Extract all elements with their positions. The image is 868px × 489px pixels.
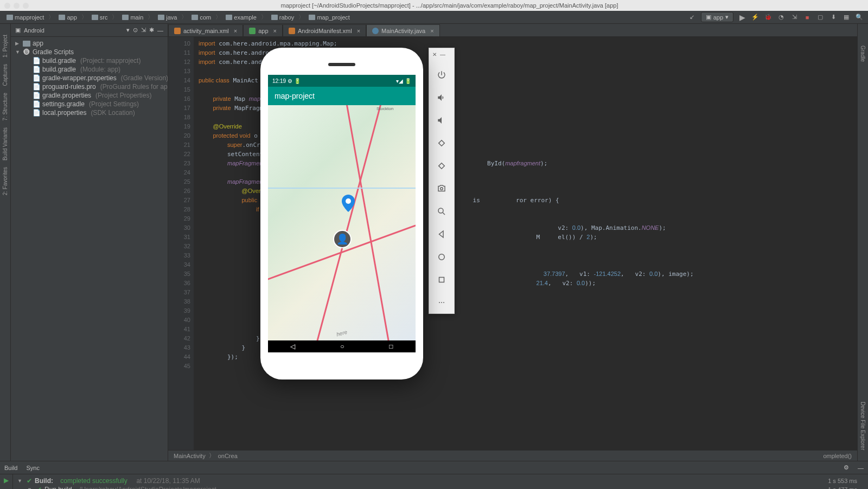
rotate-right-icon[interactable] [434, 158, 449, 173]
home-icon: ○ [340, 343, 344, 350]
power-icon[interactable] [434, 67, 449, 82]
close-icon[interactable]: × [273, 28, 277, 34]
structure-tool-tab[interactable]: 7: Structure [2, 93, 8, 121]
build-variants-tool-tab[interactable]: Build Variants [2, 127, 8, 160]
editor-tab-active[interactable]: MainActivity.java× [366, 24, 440, 36]
editor-tab[interactable]: app× [243, 24, 283, 36]
tree-file[interactable]: 📄build.gradle(Project: mapproject) [13, 56, 165, 65]
zoom-icon[interactable] [434, 204, 449, 219]
apply-changes-icon[interactable]: ⚡ [751, 13, 760, 22]
app-bar: map-project [268, 87, 416, 105]
map-avatar-marker: 👤 [333, 230, 352, 248]
crumb[interactable]: map_project [307, 13, 352, 22]
expand-icon[interactable]: ⇲ [141, 27, 146, 34]
build-panel: Build Sync ⚙ — ▶ ⊕ ⊟ ⊞ ✖ 🤖 ▼✔Build: comp… [0, 461, 868, 489]
project-panel: ▣Android▾ ⊙ ⇲ ✱ — ▶app ▼🅖Gradle Scripts … [11, 24, 168, 461]
avd-manager-icon[interactable]: ▢ [816, 13, 825, 22]
crumb[interactable]: main [120, 13, 145, 22]
phone-screen[interactable]: 12:19 ⚙ 🔋 ▾◢ 🔋 map-project Stockton 👤 he… [268, 75, 416, 352]
run-configuration-dropdown[interactable]: ▣app▾ [701, 12, 733, 22]
map-city-label: Stockton [376, 106, 393, 111]
emu-close-icon[interactable]: ✕ [432, 52, 437, 57]
close-icon[interactable]: × [357, 28, 360, 34]
build-output-tree[interactable]: ▼✔Build: completed successfully at 10/22… [13, 474, 868, 489]
hide-build-icon[interactable]: — [858, 465, 864, 471]
close-icon[interactable]: × [234, 28, 237, 34]
crumb[interactable]: src [90, 13, 110, 22]
emu-overview-icon[interactable] [434, 272, 449, 287]
project-view-dropdown[interactable]: Android [24, 27, 123, 34]
rotate-left-icon[interactable] [434, 136, 449, 151]
stop-button[interactable]: ■ [803, 13, 812, 22]
sdk-manager-icon[interactable]: ⬇ [829, 13, 838, 22]
tree-file[interactable]: 📄gradle-wrapper.properties(Gradle Versio… [13, 74, 165, 82]
android-nav-bar[interactable]: ◁○□ [268, 340, 416, 352]
captures-tool-tab[interactable]: Captures [2, 64, 8, 86]
tree-file[interactable]: 📄build.gradle(Module: app) [13, 65, 165, 74]
emu-more-icon[interactable]: ⋯ [434, 295, 449, 310]
search-icon[interactable]: 🔍 [855, 13, 864, 22]
map-view[interactable]: Stockton 👤 here [268, 105, 416, 340]
recents-icon: □ [389, 343, 393, 350]
right-tool-gutter: Gradle Device File Explorer [857, 24, 868, 461]
map-pin-icon [342, 195, 355, 208]
editor-tab[interactable]: AndroidManifest.xml× [283, 24, 366, 36]
gradle-tool-tab[interactable]: Gradle [860, 46, 866, 62]
crumb[interactable]: java [156, 13, 179, 22]
rerun-icon[interactable]: ▶ [4, 477, 9, 484]
camera-icon[interactable] [434, 181, 449, 196]
window-controls[interactable] [4, 3, 29, 9]
hide-panel-icon[interactable]: — [157, 27, 163, 34]
tree-file[interactable]: 📄proguard-rules.pro(ProGuard Rules for a… [13, 82, 165, 91]
favorites-tool-tab[interactable]: 2: Favorites [2, 167, 8, 195]
run-button[interactable]: ▶ [738, 13, 746, 22]
nav-breadcrumb: mapproject〉 app〉 src〉 main〉 java〉 com〉 e… [0, 11, 868, 24]
crumb[interactable]: app [56, 13, 79, 22]
svg-point-1 [441, 188, 443, 190]
collapse-all-icon[interactable]: ⊙ [133, 27, 138, 34]
sync-tab[interactable]: Sync [26, 465, 39, 471]
android-status-bar: 12:19 ⚙ 🔋 ▾◢ 🔋 [268, 75, 416, 87]
device-explorer-tool-tab[interactable]: Device File Explorer [860, 402, 866, 450]
line-gutter[interactable]: 1011121314151617181920212223242526272829… [168, 37, 194, 450]
emulator-toolbar: ✕— ⋯ [429, 48, 455, 314]
project-tree[interactable]: ▶app ▼🅖Gradle Scripts 📄build.gradle(Proj… [11, 37, 168, 119]
svg-point-3 [439, 254, 445, 260]
window-title: mapproject [~/AndroidStudioProjects/mapp… [35, 2, 864, 9]
crumb[interactable]: raboy [269, 13, 297, 22]
svg-point-0 [346, 198, 351, 204]
volume-up-icon[interactable] [434, 90, 449, 105]
attach-debugger-icon[interactable]: ⇲ [790, 13, 799, 22]
crumb[interactable]: com [189, 13, 213, 22]
profile-button[interactable]: ◔ [777, 13, 786, 22]
tree-file[interactable]: 📄settings.gradle(Project Settings) [13, 100, 165, 108]
editor-tabs: activity_main.xml× app× AndroidManifest.… [168, 24, 857, 37]
svg-point-2 [438, 208, 443, 213]
settings-icon[interactable]: ✱ [149, 27, 154, 34]
emulator-window: 12:19 ⚙ 🔋 ▾◢ 🔋 map-project Stockton 👤 he… [260, 48, 455, 379]
emu-minimize-icon[interactable]: — [440, 52, 445, 57]
phone-frame: 12:19 ⚙ 🔋 ▾◢ 🔋 map-project Stockton 👤 he… [260, 48, 423, 379]
debug-button[interactable]: 🐞 [764, 13, 773, 22]
build-settings-icon[interactable]: ⚙ [844, 464, 849, 471]
tree-app[interactable]: app [33, 40, 43, 47]
back-icon: ◁ [290, 343, 295, 350]
build-tab[interactable]: Build [4, 465, 17, 471]
layout-inspector-icon[interactable]: ▦ [842, 13, 851, 22]
emu-home-icon[interactable] [434, 249, 449, 265]
sync-gradle-icon[interactable]: ↙ [688, 13, 697, 22]
project-tool-tab[interactable]: 1: Project [2, 35, 8, 57]
volume-down-icon[interactable] [434, 113, 449, 128]
crumb[interactable]: example [224, 13, 259, 22]
editor-breadcrumb[interactable]: MainActivity〉onCrea ompleted() [168, 450, 857, 461]
emu-back-icon[interactable] [434, 227, 449, 242]
tree-gradle-scripts[interactable]: Gradle Scripts [33, 48, 74, 56]
window-titlebar: mapproject [~/AndroidStudioProjects/mapp… [0, 0, 868, 11]
crumb-root[interactable]: mapproject [4, 13, 46, 22]
left-tool-gutter: 1: Project Captures 7: Structure Build V… [0, 24, 11, 461]
close-icon[interactable]: × [430, 28, 433, 34]
editor-tab[interactable]: activity_main.xml× [168, 24, 243, 36]
svg-rect-4 [439, 278, 444, 282]
tree-file[interactable]: 📄gradle.properties(Project Properties) [13, 91, 165, 100]
tree-file[interactable]: 📄local.properties(SDK Location) [13, 108, 165, 117]
